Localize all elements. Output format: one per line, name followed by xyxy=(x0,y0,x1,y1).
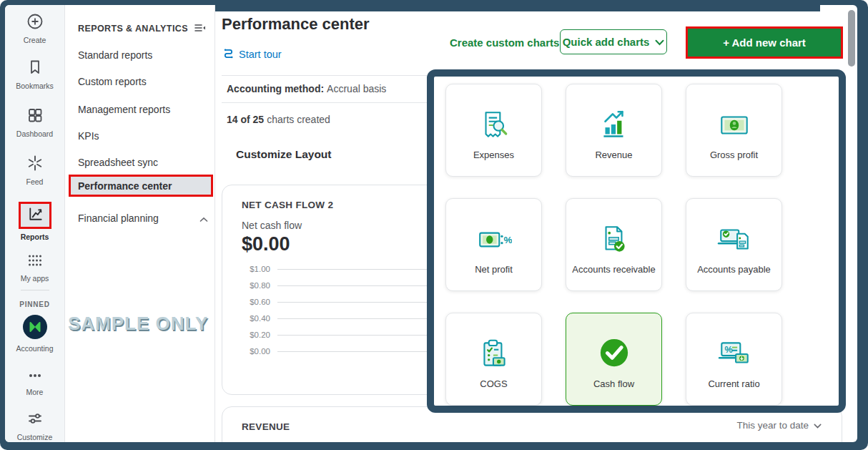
rail-label: My apps xyxy=(5,274,64,283)
line-chart-icon xyxy=(26,205,44,226)
tile-cash-flow-selected[interactable]: Cash flow xyxy=(566,313,662,406)
accounting-method-line: Accounting method:Accrual basis xyxy=(227,83,386,94)
window-frame: Create Bookmarks Dashboard Feed xyxy=(0,0,868,450)
annotation-box-add-new-chart: + Add new chart xyxy=(686,26,843,59)
tile-label: Current ratio xyxy=(708,378,759,389)
metric-value: $0.00 xyxy=(242,233,290,255)
sidebar-item-performance-center[interactable]: Performance center xyxy=(71,177,211,195)
top-dark-strip xyxy=(215,5,820,11)
tile-accounts-receivable[interactable]: Accounts receivable xyxy=(566,198,662,291)
clipboard-money-icon xyxy=(476,313,512,372)
sidebar-item-financial-planning[interactable]: Financial planning xyxy=(78,212,159,224)
period-selector[interactable]: This year to date xyxy=(736,420,822,431)
y-axis-label: $0.00 xyxy=(242,347,270,356)
chevron-down-icon xyxy=(655,36,664,48)
pinned-section-label: PINNED xyxy=(5,300,64,308)
tile-label: Accounts payable xyxy=(697,264,771,275)
rail-label: Accounting xyxy=(5,344,64,353)
y-axis-label: $0.20 xyxy=(242,331,270,339)
tile-label: Net profit xyxy=(475,264,513,275)
tile-gross-profit[interactable]: Gross profit xyxy=(686,84,782,177)
tile-label: Expenses xyxy=(473,150,514,160)
tile-net-profit[interactable]: % Net profit xyxy=(445,198,542,291)
rail-item-create[interactable]: Create xyxy=(5,12,64,44)
sidebar-item-standard-reports[interactable]: Standard reports xyxy=(78,49,152,61)
collapse-panel-icon[interactable] xyxy=(194,22,206,36)
tile-accounts-payable[interactable]: Accounts payable xyxy=(686,198,782,291)
rail-label: More xyxy=(5,388,64,396)
dashboard-grid-icon xyxy=(26,106,44,127)
y-axis-label: $0.40 xyxy=(242,314,270,323)
sidebar-item-spreadsheet-sync[interactable]: Spreadsheet sync xyxy=(78,157,158,168)
sidebar-item-custom-reports[interactable]: Custom reports xyxy=(78,76,147,87)
annotation-box-performance-center: Performance center xyxy=(69,175,213,197)
check-circle-icon xyxy=(595,313,633,372)
charts-created-suffix: charts created xyxy=(267,114,330,125)
net-profit-bill-percent-icon: % xyxy=(476,199,512,258)
charts-created-line: 14 of 25charts created xyxy=(227,114,330,125)
reports-sidebar: REPORTS & ANALYTICS Standard reports Cus… xyxy=(65,5,215,442)
apps-dots-icon xyxy=(26,252,44,272)
tile-current-ratio[interactable]: % Current ratio xyxy=(686,313,782,406)
card-title: REVENUE xyxy=(242,421,290,432)
rail-label: Create xyxy=(5,36,64,44)
tile-label: Revenue xyxy=(595,150,632,160)
quickbooks-ledger-icon xyxy=(23,315,47,342)
rail-label: Dashboard xyxy=(5,129,64,138)
sample-only-watermark: SAMPLE ONLY xyxy=(68,313,208,335)
rail-item-dashboard[interactable]: Dashboard xyxy=(5,106,64,138)
tile-expenses[interactable]: Expenses xyxy=(445,84,542,177)
tile-label: Cash flow xyxy=(593,378,634,389)
y-axis-label: $0.80 xyxy=(242,281,270,290)
tile-cogs[interactable]: COGS xyxy=(445,313,542,406)
y-axis-label: $1.00 xyxy=(242,265,270,273)
rail-item-bookmarks[interactable]: Bookmarks xyxy=(5,58,64,90)
start-tour-label: Start tour xyxy=(239,49,282,60)
y-axis-label: $0.60 xyxy=(242,298,270,306)
vertical-scrollbar-thumb[interactable] xyxy=(848,10,855,67)
gross-profit-bill-icon xyxy=(716,84,752,143)
chevron-up-icon[interactable] xyxy=(199,212,208,225)
laptop-invoice-icon xyxy=(716,199,752,258)
tile-label: Gross profit xyxy=(710,150,758,160)
tile-label: Accounts receivable xyxy=(572,264,655,275)
svg-text:%: % xyxy=(503,235,511,245)
revenue-bars-arrow-icon xyxy=(596,84,632,143)
feed-burst-icon xyxy=(26,154,44,175)
rail-item-my-apps[interactable]: My apps xyxy=(5,252,64,283)
tile-revenue[interactable]: Revenue xyxy=(566,84,662,177)
laptop-percent-money-icon: % xyxy=(716,313,752,372)
accounting-method-label: Accounting method: xyxy=(227,83,324,94)
customize-layout-heading: Customize Layout xyxy=(236,148,331,161)
quick-add-charts-button[interactable]: Quick add charts xyxy=(560,29,667,54)
chart-tile-grid: Expenses Revenue Gross profit xyxy=(445,84,782,406)
annotation-box-reports-icon[interactable] xyxy=(19,202,51,229)
chevron-down-icon xyxy=(814,420,822,431)
bookmark-icon xyxy=(26,58,44,79)
page-title: Performance center xyxy=(222,15,370,34)
rail-item-feed[interactable]: Feed xyxy=(5,154,64,186)
expenses-receipt-magnifier-icon xyxy=(476,84,512,143)
start-tour-link[interactable]: Start tour xyxy=(222,47,282,62)
tour-route-icon xyxy=(222,47,235,62)
rail-item-accounting[interactable]: Accounting xyxy=(5,315,64,353)
sidebar-item-management-reports[interactable]: Management reports xyxy=(78,104,170,115)
metric-label: Net cash flow xyxy=(242,220,302,231)
rail-item-customize[interactable]: Customize xyxy=(5,409,64,441)
tile-label: COGS xyxy=(480,378,507,389)
rail-item-reports[interactable]: Reports xyxy=(5,230,64,241)
sidebar-item-kpis[interactable]: KPIs xyxy=(78,130,99,142)
sliders-icon xyxy=(26,409,44,431)
rail-label: Bookmarks xyxy=(5,82,64,90)
sidebar-title: REPORTS & ANALYTICS xyxy=(78,24,188,34)
rail-label: Customize xyxy=(5,433,64,441)
quick-add-charts-label: Quick add charts xyxy=(563,36,650,48)
app-window: Create Bookmarks Dashboard Feed xyxy=(5,5,857,442)
chart-picker-overlay: Expenses Revenue Gross profit xyxy=(427,69,846,413)
plus-circle-icon xyxy=(26,12,44,34)
add-new-chart-button[interactable]: + Add new chart xyxy=(688,29,841,57)
create-custom-charts-link[interactable]: Create custom charts xyxy=(450,36,559,49)
invoice-check-icon xyxy=(596,199,632,258)
ellipsis-icon xyxy=(26,368,44,386)
rail-item-more[interactable]: More xyxy=(5,368,64,396)
